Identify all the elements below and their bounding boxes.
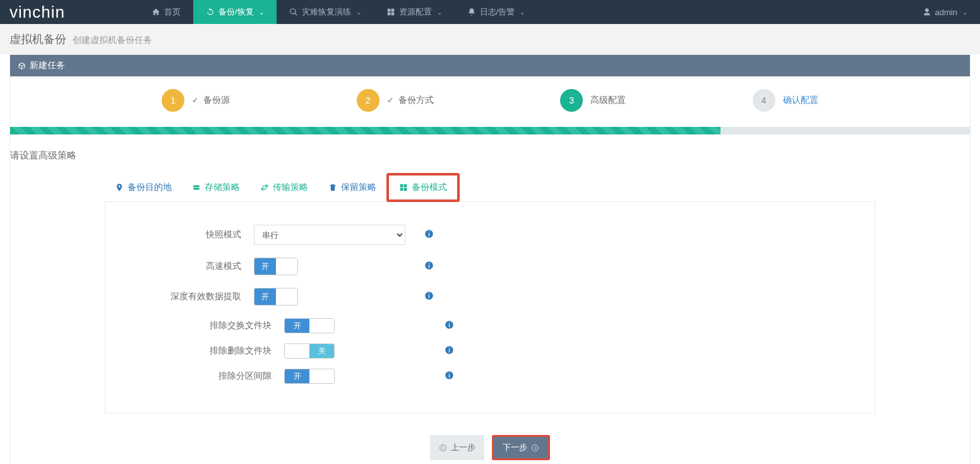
nav-dr[interactable]: 灾难恢复演练 ⌄ [277, 0, 374, 24]
step-4: 4 确认配置 [753, 89, 818, 112]
tab-retain[interactable]: 保留策略 [318, 173, 386, 201]
pin-icon [115, 183, 124, 192]
chevron-down-icon: ⌄ [356, 9, 361, 16]
tab-transfer-label: 传输策略 [273, 182, 308, 193]
toggle-on-label: 开 [285, 319, 309, 333]
cube-icon [18, 62, 26, 70]
row-snapshot: 快照模式 串行 [118, 225, 862, 245]
tab-backup-mode[interactable]: 备份模式 [386, 173, 460, 202]
grid-icon [386, 8, 395, 16]
breadcrumb-main: 虚拟机备份 [9, 33, 66, 45]
step-4-label: 确认配置 [783, 95, 818, 106]
check-icon: ✓ [387, 96, 393, 105]
step-3-label: 高级配置 [590, 95, 626, 106]
chevron-down-icon: ⌄ [962, 9, 967, 16]
breadcrumb: 虚拟机备份 创建虚拟机备份任务 [0, 24, 980, 54]
step-2: 2 ✓ 备份方式 [357, 89, 434, 112]
search-icon [289, 8, 298, 16]
info-icon[interactable] [445, 320, 454, 330]
breadcrumb-sub: 创建虚拟机备份任务 [73, 35, 152, 45]
step-3: 3 高级配置 [560, 89, 626, 112]
toggle-handle [309, 369, 334, 383]
step-3-number: 3 [560, 89, 583, 112]
refresh-icon [206, 8, 215, 16]
info-icon[interactable] [424, 229, 434, 239]
card-title: 新建任务 [30, 60, 65, 71]
toggle-handle [309, 319, 334, 333]
trash-icon [328, 183, 337, 192]
partition-toggle[interactable]: 开 [284, 369, 335, 384]
section-title: 请设置高级策略 [10, 150, 970, 162]
prev-button-label: 上一步 [451, 442, 475, 453]
snapshot-select[interactable]: 串行 [254, 225, 405, 245]
svg-point-6 [440, 444, 446, 451]
step-2-number: 2 [357, 89, 379, 112]
toggle-on-label: 开 [254, 258, 276, 275]
info-icon[interactable] [445, 345, 454, 355]
row-speed: 高速模式 开 [118, 258, 862, 275]
nav-home[interactable]: 首页 [139, 0, 193, 24]
chevron-down-icon: ⌄ [437, 9, 442, 16]
check-icon: ✓ [192, 96, 198, 105]
deleted-label: 排除删除文件块 [148, 345, 284, 357]
grid-icon [399, 183, 408, 192]
toggle-on-label: 开 [285, 369, 309, 383]
arrow-right-icon [531, 444, 539, 452]
brand-logo: vinchin [0, 0, 139, 24]
nav-resource[interactable]: 资源配置 ⌄ [374, 0, 455, 24]
info-icon[interactable] [424, 291, 434, 300]
wizard-steps: 1 ✓ 备份源 2 ✓ 备份方式 3 高级配置 4 确认配置 [99, 89, 881, 112]
deep-toggle[interactable]: 开 [254, 288, 298, 306]
tab-retain-label: 保留策略 [341, 182, 376, 193]
nav-user-label: admin [935, 8, 957, 17]
chevron-down-icon: ⌄ [520, 9, 525, 16]
tab-destination[interactable]: 备份目的地 [105, 173, 182, 201]
row-swap: 排除交换文件块 开 [148, 318, 862, 333]
deep-label: 深度有效数据提取 [118, 291, 254, 302]
card-header: 新建任务 [10, 55, 970, 76]
user-icon [923, 8, 931, 16]
bell-icon [467, 8, 476, 16]
nav-dr-label: 灾难恢复演练 [302, 6, 351, 18]
speed-label: 高速模式 [118, 261, 254, 272]
info-icon[interactable] [445, 371, 454, 380]
tab-backup-mode-label: 备份模式 [412, 182, 447, 193]
nav-home-label: 首页 [164, 6, 181, 18]
disk-icon [192, 183, 201, 192]
step-4-number: 4 [753, 89, 775, 112]
tab-storage-label: 存储策略 [205, 182, 240, 193]
step-1: 1 ✓ 备份源 [162, 89, 230, 112]
chevron-down-icon: ⌄ [259, 9, 264, 16]
speed-toggle[interactable]: 开 [254, 258, 298, 275]
toggle-handle [276, 258, 297, 275]
tab-transfer[interactable]: 传输策略 [250, 173, 318, 201]
toggle-off-label: 关 [309, 344, 334, 358]
next-button[interactable]: 下一步 [492, 435, 550, 460]
nav-log[interactable]: 日志/告警 ⌄ [455, 0, 538, 24]
nav-user[interactable]: admin ⌄ [910, 0, 980, 24]
info-icon[interactable] [424, 261, 434, 270]
swap-label: 排除交换文件块 [148, 320, 284, 331]
progress-bar [10, 127, 970, 134]
nav-backup-label: 备份/恢复 [218, 6, 254, 18]
svg-point-7 [532, 444, 539, 451]
nav-resource-label: 资源配置 [399, 6, 432, 18]
home-icon [152, 8, 160, 16]
tab-destination-label: 备份目的地 [128, 182, 172, 193]
snapshot-label: 快照模式 [118, 229, 254, 241]
swap-icon [260, 183, 269, 192]
top-navbar: vinchin 首页 备份/恢复 ⌄ 灾难恢复演练 ⌄ 资源配置 ⌄ 日志/告警… [0, 0, 980, 24]
prev-button[interactable]: 上一步 [430, 435, 484, 460]
progress-fill [10, 127, 720, 134]
nav-log-label: 日志/告警 [480, 6, 515, 18]
nav-backup[interactable]: 备份/恢复 ⌄ [193, 0, 277, 24]
row-deleted: 排除删除文件块 关 [148, 343, 862, 359]
swap-toggle[interactable]: 开 [284, 318, 335, 333]
nav-items: 首页 备份/恢复 ⌄ 灾难恢复演练 ⌄ 资源配置 ⌄ 日志/告警 ⌄ [139, 0, 537, 24]
step-1-number: 1 [162, 89, 184, 112]
tab-storage[interactable]: 存储策略 [182, 173, 250, 201]
next-button-label: 下一步 [503, 442, 527, 453]
step-1-label: 备份源 [203, 95, 230, 106]
subtabs: 备份目的地 存储策略 传输策略 保留策略 备份模式 [105, 173, 875, 202]
deleted-toggle[interactable]: 关 [284, 343, 335, 359]
